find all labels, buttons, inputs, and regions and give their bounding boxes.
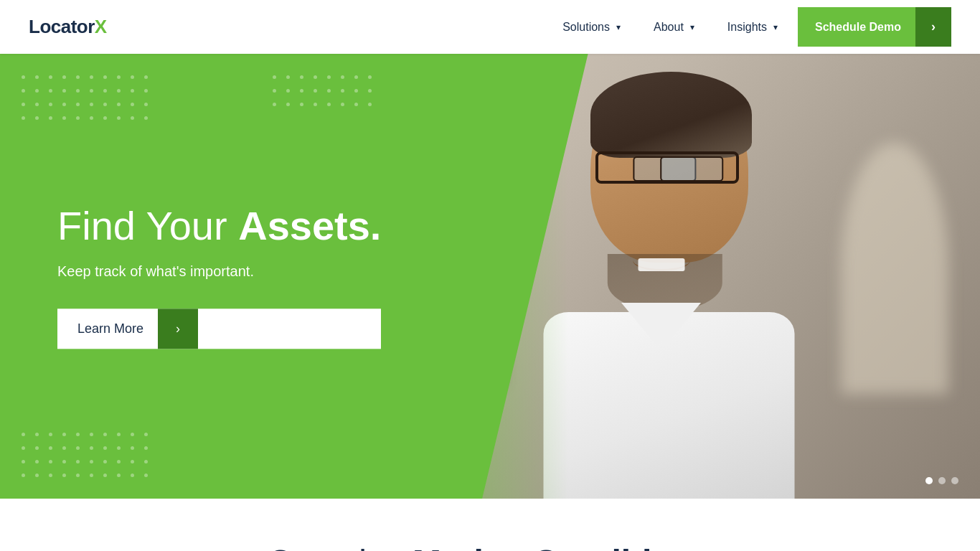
header: LocatorX Solutions ▾ About ▾ Insights ▾ … <box>0 0 980 54</box>
below-hero-section: Complex Market Conditions Threaten Your … <box>0 499 980 551</box>
hero-section: Find Your Assets. Keep track of what's i… <box>0 54 980 499</box>
chevron-down-icon: ▾ <box>690 22 694 32</box>
logo-text: LocatorX <box>29 16 107 38</box>
hero-subtitle: Keep track of what's important. <box>57 264 381 281</box>
below-hero-title: Complex Market Conditions Threaten Your … <box>29 542 951 551</box>
main-nav: Solutions ▾ About ▾ Insights ▾ Schedule … <box>550 7 951 47</box>
logo[interactable]: LocatorX <box>29 16 107 38</box>
hero-content: Find Your Assets. Keep track of what's i… <box>57 203 381 349</box>
learn-more-arrow-icon: › <box>158 309 198 349</box>
carousel-dot-2[interactable] <box>938 477 946 484</box>
schedule-demo-arrow-icon: › <box>915 7 951 47</box>
carousel-dots <box>925 477 958 484</box>
schedule-demo-button[interactable]: Schedule Demo › <box>798 7 951 47</box>
carousel-dot-1[interactable] <box>925 477 933 484</box>
learn-more-button[interactable]: Learn More › <box>57 309 381 349</box>
nav-insights[interactable]: Insights ▾ <box>715 15 791 39</box>
nav-solutions[interactable]: Solutions ▾ <box>550 15 633 39</box>
chevron-down-icon: ▾ <box>616 22 621 32</box>
carousel-dot-3[interactable] <box>951 477 958 484</box>
hero-title: Find Your Assets. <box>57 203 381 249</box>
nav-about[interactable]: About ▾ <box>641 15 707 39</box>
logo-x: X <box>95 16 107 37</box>
chevron-down-icon: ▾ <box>773 22 778 32</box>
